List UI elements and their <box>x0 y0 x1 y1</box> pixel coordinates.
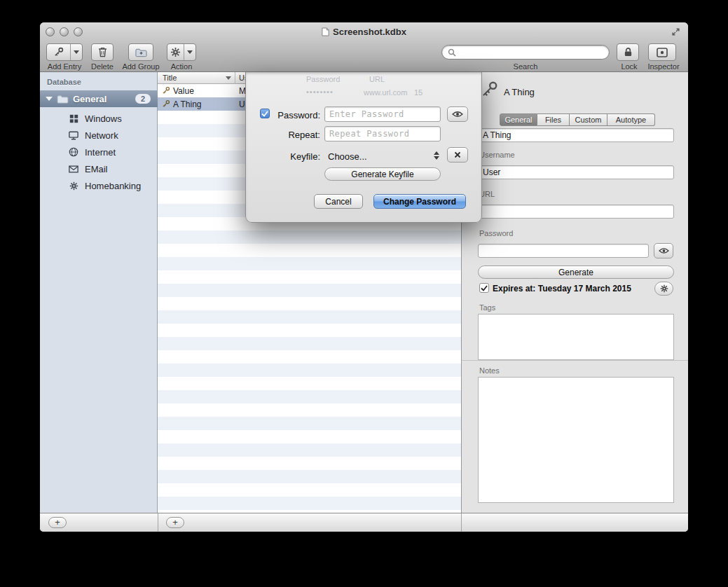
lock-icon <box>624 47 633 57</box>
key-icon <box>47 47 70 57</box>
tab-general[interactable]: General <box>500 113 537 126</box>
desktop-background: Screenshot.kdbx Add Entry Delete Add Gro… <box>0 0 728 587</box>
eye-icon <box>452 111 463 118</box>
sidebar-item-label: Windows <box>85 113 122 124</box>
search-label: Search <box>497 62 554 71</box>
ghost-url-value: www.url.com <box>364 88 407 97</box>
popup-stepper-icon[interactable] <box>432 149 441 162</box>
inspector-entry-title: A Thing <box>504 87 535 97</box>
sheet-password-input[interactable] <box>324 106 441 122</box>
lock-button[interactable] <box>617 43 639 61</box>
sidebar-header: Database <box>47 78 81 86</box>
windows-icon <box>68 114 79 123</box>
sidebar-group-general[interactable]: General 2 <box>40 90 158 107</box>
add-group-button[interactable] <box>128 43 153 61</box>
generate-keyfile-button[interactable]: Generate Keyfile <box>324 167 441 181</box>
sheet-repeat-label: Repeat: <box>267 130 320 140</box>
cancel-button[interactable]: Cancel <box>314 194 363 209</box>
keyfile-popup[interactable]: Choose... <box>328 151 367 162</box>
inspector-button[interactable] <box>648 43 676 61</box>
password-field[interactable] <box>478 244 649 258</box>
tab-autotype[interactable]: Autotype <box>607 113 655 126</box>
inspector-icon <box>657 48 668 57</box>
username-label: Username <box>479 151 515 159</box>
reveal-password-button[interactable] <box>447 106 468 122</box>
inspector-label: Inspector <box>636 62 688 71</box>
sidebar-item-email[interactable]: EMail <box>40 160 158 177</box>
change-password-sheet: Password URL •••••••• www.url.com 15 Pas… <box>245 72 482 223</box>
sidebar-item-label: Network <box>85 130 118 141</box>
column-divider[interactable] <box>235 72 235 84</box>
sort-indicator-icon <box>226 76 231 80</box>
sidebar-item-windows[interactable]: Windows <box>40 110 158 127</box>
add-entry-button[interactable] <box>46 43 83 61</box>
sidebar-item-network[interactable]: Network <box>40 127 158 144</box>
footer-divider <box>461 513 462 532</box>
eye-icon <box>659 247 669 254</box>
gear-icon <box>167 47 184 57</box>
reveal-password-button[interactable] <box>654 243 673 258</box>
key-icon <box>161 99 171 109</box>
expires-label: Expires at: Tuesday 17 March 2015 <box>493 284 631 294</box>
change-password-button[interactable]: Change Password <box>373 194 466 209</box>
change-password-label: Change Password <box>383 197 456 207</box>
url-field[interactable] <box>478 205 674 219</box>
sheet-repeat-input[interactable] <box>324 126 441 141</box>
sidebar-group-label: General <box>73 94 135 104</box>
disclosure-triangle-icon[interactable] <box>46 97 53 101</box>
search-field[interactable] <box>441 45 610 60</box>
search-input[interactable] <box>460 48 603 57</box>
footer-bar: + + <box>40 513 688 532</box>
delete-button[interactable] <box>91 43 114 61</box>
add-entry-footer-button[interactable]: + <box>166 517 184 528</box>
tags-box[interactable] <box>478 314 674 360</box>
tab-files[interactable]: Files <box>537 113 570 126</box>
sidebar-item-label: EMail <box>85 164 108 174</box>
network-icon <box>68 131 79 140</box>
sidebar-item-internet[interactable]: Internet <box>40 144 158 160</box>
ghost-password-value: •••••••• <box>306 88 334 96</box>
sheet-keyfile-label: Keyfile: <box>267 151 320 162</box>
email-icon <box>68 165 79 173</box>
section-divider <box>462 360 688 361</box>
password-settings-button[interactable] <box>654 282 673 296</box>
notes-label: Notes <box>479 366 500 375</box>
add-entry-dropdown[interactable] <box>70 44 82 60</box>
ghost-url-header: URL <box>369 75 385 83</box>
notes-box[interactable] <box>478 377 674 503</box>
sidebar-item-homebanking[interactable]: Homebanking <box>40 177 158 194</box>
add-group-footer-button[interactable]: + <box>48 517 67 528</box>
window-header: Screenshot.kdbx Add Entry Delete Add Gro… <box>40 22 688 72</box>
generate-label: Generate <box>558 268 593 277</box>
entry-title: Value <box>173 86 194 96</box>
clear-keyfile-button[interactable] <box>447 147 468 163</box>
action-label: Action <box>160 62 202 71</box>
sidebar-item-label: Internet <box>85 147 116 158</box>
sidebar-item-label: Homebanking <box>85 181 141 191</box>
folder-icon <box>57 95 69 104</box>
key-icon <box>161 86 171 95</box>
chevron-down-icon <box>74 50 79 54</box>
expires-checkbox[interactable] <box>479 283 489 293</box>
fullscreen-icon[interactable] <box>671 27 680 36</box>
footer-divider <box>158 513 158 532</box>
homebanking-icon <box>68 181 79 191</box>
tab-custom[interactable]: Custom <box>570 113 607 126</box>
title-field[interactable] <box>478 128 674 142</box>
action-button[interactable] <box>167 43 196 61</box>
document-icon <box>322 27 329 36</box>
column-title[interactable]: Title <box>163 74 177 82</box>
window-title: Screenshot.kdbx <box>333 27 406 37</box>
gear-icon <box>660 284 668 293</box>
generate-password-button[interactable]: Generate <box>478 265 674 279</box>
titlebar[interactable]: Screenshot.kdbx <box>40 22 688 42</box>
action-dropdown[interactable] <box>184 44 195 60</box>
username-field[interactable] <box>478 165 674 179</box>
internet-icon <box>68 147 79 157</box>
inspector-tabs: General Files Custom Autotype <box>500 113 655 126</box>
folder-plus-icon <box>135 48 147 57</box>
sidebar: Database General 2 Windows Network <box>40 72 158 513</box>
sidebar-badge: 2 <box>135 94 151 104</box>
password-label: Password <box>479 229 513 237</box>
tags-label: Tags <box>479 303 495 312</box>
